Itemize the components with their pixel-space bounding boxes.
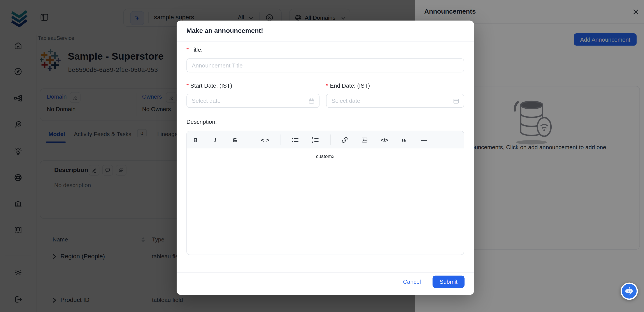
description-field-label: Description: (186, 118, 217, 125)
end-date-label: *End Date: (IST) (326, 82, 370, 89)
toolbar-separator (280, 134, 281, 145)
modal-header-divider (176, 41, 474, 42)
start-date-input[interactable] (187, 94, 319, 107)
required-asterisk: * (326, 82, 328, 89)
toolbar-separator (250, 134, 250, 145)
svg-text:1: 1 (312, 137, 313, 140)
bulleted-list-icon (292, 137, 298, 143)
announcement-title-input[interactable] (187, 59, 464, 72)
required-asterisk: * (186, 47, 189, 53)
link-icon (341, 136, 348, 143)
toolbar-separator (330, 134, 331, 145)
blockquote-button[interactable]: “ (399, 131, 408, 148)
numbered-list-icon: 1 2 (312, 137, 318, 143)
italic-button[interactable]: I (210, 131, 220, 148)
assistant-chat-button[interactable] (620, 282, 638, 300)
modal-title: Make an announcement! (186, 27, 263, 35)
bold-button[interactable]: B (190, 131, 200, 148)
editor-toolbar: B I S < > 1 2 (187, 131, 464, 148)
cancel-button[interactable]: Cancel (400, 278, 424, 285)
end-date-input[interactable] (326, 94, 464, 107)
numbered-list-button[interactable]: 1 2 (310, 131, 320, 148)
screen: All All Domains (0, 0, 644, 312)
announcement-modal: Make an announcement! *Title: *Start Dat… (176, 21, 474, 295)
code-block-button[interactable]: </> (378, 131, 390, 148)
calendar-icon (452, 97, 460, 104)
editor-text[interactable]: custom3 (187, 153, 464, 159)
inline-code-button[interactable]: < > (260, 131, 271, 148)
start-date-field (186, 94, 320, 108)
link-button[interactable] (340, 131, 350, 148)
image-icon (361, 136, 368, 143)
calendar-icon (308, 97, 315, 104)
svg-text:2: 2 (312, 140, 313, 143)
image-button[interactable] (359, 131, 369, 148)
strikethrough-button[interactable]: S (230, 131, 240, 148)
bulleted-list-button[interactable] (290, 131, 300, 148)
start-date-label: *Start Date: (IST) (186, 82, 232, 89)
title-field (186, 59, 464, 73)
rich-text-editor: B I S < > 1 2 (186, 131, 464, 255)
horizontal-rule-button[interactable]: — (419, 131, 429, 148)
editor-content[interactable]: custom3 (187, 148, 464, 255)
required-asterisk: * (186, 82, 189, 89)
modal-footer-divider (176, 272, 474, 273)
submit-button[interactable]: Submit (432, 276, 464, 288)
robot-icon (624, 286, 634, 296)
title-field-label: *Title: (186, 47, 203, 53)
end-date-field (326, 94, 464, 108)
